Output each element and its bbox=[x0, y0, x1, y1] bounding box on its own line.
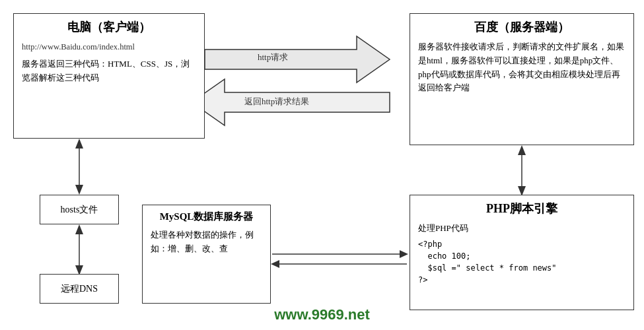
server-description: 服务器软件接收请求后，判断请求的文件扩展名，如果是html，服务器软件可以直接处… bbox=[418, 40, 626, 95]
client-description: 服务器返回三种代码：HTML、CSS、JS，浏览器解析这三种代码 bbox=[22, 57, 196, 85]
php-box: PHP脚本引擎 处理PHP代码 <?php echo 100; $sql =" … bbox=[410, 195, 634, 310]
mysql-box: MySQL数据库服务器 处理各种对数据的操作，例如：增、删、改、查 bbox=[142, 205, 271, 304]
svg-marker-7 bbox=[75, 224, 83, 234]
http-request-label: http请求 bbox=[258, 51, 288, 63]
svg-marker-12 bbox=[400, 250, 408, 258]
dns-label: 远程DNS bbox=[61, 283, 98, 295]
svg-marker-14 bbox=[271, 260, 279, 268]
php-title: PHP脚本引擎 bbox=[418, 201, 626, 216]
svg-marker-0 bbox=[205, 36, 390, 82]
client-url: http://www.Baidu.com/index.html bbox=[22, 40, 196, 53]
php-code: <?php echo 100; $sql =" select * from ne… bbox=[418, 238, 626, 286]
mysql-description: 处理各种对数据的操作，例如：增、删、改、查 bbox=[151, 228, 262, 256]
hosts-label: hosts文件 bbox=[61, 204, 98, 216]
svg-marker-4 bbox=[75, 139, 83, 148]
mysql-title: MySQL数据库服务器 bbox=[151, 211, 262, 223]
svg-marker-10 bbox=[518, 145, 526, 155]
diagram: 电脑（客户端） http://www.Baidu.com/index.html … bbox=[0, 0, 644, 330]
http-response-label: 返回http请求结果 bbox=[244, 96, 309, 108]
watermark: www.9969.net bbox=[274, 306, 370, 323]
server-title: 百度（服务器端） bbox=[418, 19, 626, 35]
hosts-box: hosts文件 bbox=[40, 195, 119, 224]
php-description: 处理PHP代码 bbox=[418, 222, 626, 236]
client-box: 电脑（客户端） http://www.Baidu.com/index.html … bbox=[13, 13, 205, 139]
svg-marker-3 bbox=[75, 185, 83, 195]
dns-box: 远程DNS bbox=[40, 274, 119, 304]
client-title: 电脑（客户端） bbox=[22, 19, 196, 35]
server-box: 百度（服务器端） 服务器软件接收请求后，判断请求的文件扩展名，如果是html，服… bbox=[410, 13, 634, 145]
